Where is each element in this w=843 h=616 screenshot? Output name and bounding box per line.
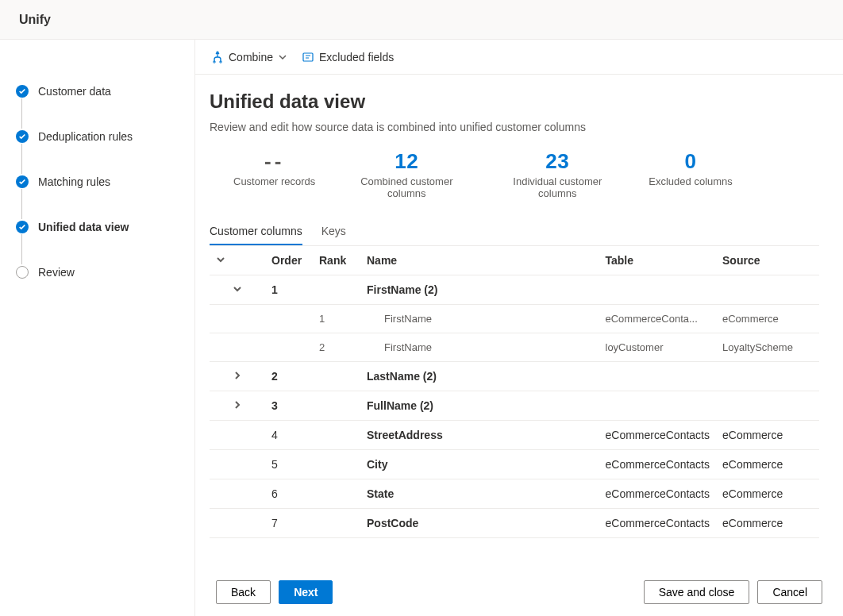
combine-icon: [211, 51, 224, 64]
cell-table: eCommerceContacts: [599, 509, 717, 538]
expand-toggle[interactable]: [210, 362, 265, 391]
table-row[interactable]: 1FirstNameeCommerceConta...eCommerce: [210, 305, 819, 333]
table-row[interactable]: 1FirstName (2): [210, 275, 819, 305]
cell-order: 1: [265, 275, 313, 305]
next-button[interactable]: Next: [279, 580, 333, 604]
header-source[interactable]: Source: [716, 246, 819, 275]
header-table[interactable]: Table: [599, 246, 717, 275]
table-row[interactable]: 7PostCodeeCommerceContactseCommerce: [210, 509, 819, 538]
chevron-down-icon: [216, 255, 225, 264]
cell-rank: [313, 421, 360, 450]
back-button[interactable]: Back: [216, 580, 271, 604]
cell-name: FirstName: [360, 333, 599, 362]
excluded-fields-button[interactable]: Excluded fields: [302, 51, 394, 64]
cell-table: eCommerceContacts: [599, 421, 717, 450]
cell-source: eCommerce: [716, 421, 819, 450]
collapse-toggle[interactable]: [210, 275, 265, 305]
combine-label: Combine: [229, 51, 273, 64]
expand-toggle[interactable]: [210, 391, 265, 421]
stat-label: Combined customer columns: [347, 175, 466, 199]
chevron-icon: [233, 399, 242, 409]
stat-card: 12Combined customer columns: [347, 149, 466, 199]
wizard-step[interactable]: Review: [0, 249, 194, 295]
check-icon: [16, 85, 29, 98]
cancel-button[interactable]: Cancel: [757, 580, 822, 604]
cell-source: eCommerce: [716, 450, 819, 479]
table-row[interactable]: 5CityeCommerceContactseCommerce: [210, 450, 819, 479]
cell-rank: [313, 391, 360, 421]
cell-order: 2: [265, 362, 313, 391]
save-and-close-button[interactable]: Save and close: [644, 580, 750, 604]
cell-source: eCommerce: [716, 305, 819, 333]
check-icon: [16, 221, 29, 233]
stat-card: 23Individual customer columns: [498, 149, 617, 199]
wizard-step[interactable]: Deduplication rules: [0, 114, 194, 159]
expand-spacer: [210, 450, 265, 479]
cell-table: loyCustomer: [599, 333, 717, 362]
circle-icon: [16, 266, 29, 279]
cell-table: [599, 391, 717, 421]
wizard-step[interactable]: Customer data: [0, 68, 194, 114]
app-title: Unify: [19, 13, 51, 27]
stat-label: Excluded columns: [649, 175, 733, 187]
columns-table: Order Rank Name Table Source 1FirstName …: [210, 246, 819, 538]
toolbar: Combine Excluded fields: [195, 40, 843, 75]
excluded-fields-icon: [302, 51, 314, 64]
table-row[interactable]: 2FirstNameloyCustomerLoyaltyScheme: [210, 333, 819, 362]
stat-value: 23: [498, 149, 617, 174]
cell-name: City: [360, 450, 599, 479]
wizard-step-label: Review: [38, 266, 75, 279]
table-row[interactable]: 4StreetAddresseCommerceContactseCommerce: [210, 421, 819, 450]
cell-rank: 2: [313, 333, 360, 362]
check-icon: [16, 130, 29, 143]
cell-rank: [313, 275, 360, 305]
expand-spacer: [210, 333, 265, 362]
table-row[interactable]: 2LastName (2): [210, 362, 819, 391]
cell-table: eCommerceContacts: [599, 450, 717, 479]
cell-table: eCommerceContacts: [599, 479, 717, 509]
cell-order: 5: [265, 450, 313, 479]
chevron-icon: [233, 370, 242, 379]
cell-name: FirstName (2): [360, 275, 599, 305]
content-scroll[interactable]: Unified data view Review and edit how so…: [195, 75, 843, 568]
table-row[interactable]: 6StateeCommerceContactseCommerce: [210, 479, 819, 509]
expand-spacer: [210, 421, 265, 450]
combine-dropdown[interactable]: Combine: [211, 51, 287, 64]
app-header: Unify: [0, 0, 843, 40]
cell-order: 7: [265, 509, 313, 538]
header-expand[interactable]: [210, 246, 265, 275]
cell-name: FirstName: [360, 305, 599, 333]
cell-order: 4: [265, 421, 313, 450]
header-rank[interactable]: Rank: [313, 246, 360, 275]
tab[interactable]: Customer columns: [210, 218, 302, 245]
header-name[interactable]: Name: [360, 246, 599, 275]
cell-table: eCommerceConta...: [599, 305, 717, 333]
stat-label: Customer records: [233, 175, 315, 187]
cell-name: FullName (2): [360, 391, 599, 421]
cell-rank: [313, 450, 360, 479]
cell-source: LoyaltyScheme: [716, 333, 819, 362]
cell-source: eCommerce: [716, 479, 819, 509]
wizard-step[interactable]: Unified data view: [0, 204, 194, 249]
cell-rank: 1: [313, 305, 360, 333]
cell-rank: [313, 509, 360, 538]
stat-label: Individual customer columns: [498, 175, 617, 199]
stat-value: 0: [649, 149, 733, 174]
wizard-step[interactable]: Matching rules: [0, 159, 194, 204]
wizard-sidebar: Customer dataDeduplication rulesMatching…: [0, 40, 195, 616]
stat-card: --Customer records: [233, 149, 315, 199]
cell-order: [265, 333, 313, 362]
cell-order: [265, 305, 313, 333]
page-subtitle: Review and edit how source data is combi…: [210, 121, 819, 133]
chevron-icon: [233, 283, 242, 293]
header-order[interactable]: Order: [265, 246, 313, 275]
cell-order: 6: [265, 479, 313, 509]
stat-value: 12: [347, 149, 466, 174]
table-row[interactable]: 3FullName (2): [210, 391, 819, 421]
cell-table: [599, 275, 717, 305]
expand-spacer: [210, 509, 265, 538]
cell-name: StreetAddress: [360, 421, 599, 450]
tab[interactable]: Keys: [321, 218, 346, 245]
cell-source: [716, 362, 819, 391]
wizard-step-label: Unified data view: [38, 221, 129, 233]
